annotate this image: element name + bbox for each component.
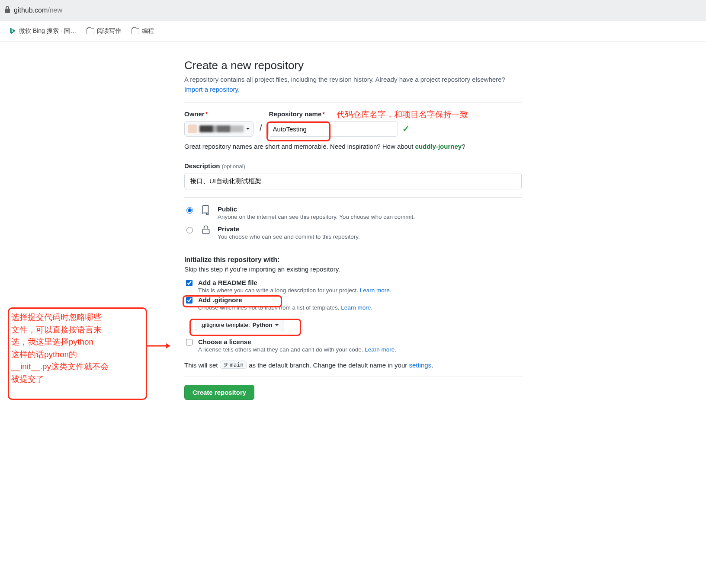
readme-row[interactable]: Add a README file This is where you can … xyxy=(184,279,522,294)
lock-icon xyxy=(4,6,10,15)
repo-name-suggestion[interactable]: cuddly-journey xyxy=(415,143,462,150)
repo-name-hint: Great repository names are short and mem… xyxy=(184,143,522,150)
license-learn-more-link[interactable]: Learn more. xyxy=(365,346,396,353)
visibility-public-desc: Anyone on the internet can see this repo… xyxy=(218,214,415,220)
check-icon: ✓ xyxy=(402,124,410,134)
gitignore-checkbox[interactable] xyxy=(186,297,193,304)
annotation-box-gitignore xyxy=(8,307,147,400)
bing-icon xyxy=(9,27,16,35)
svg-rect-0 xyxy=(202,229,209,234)
lock-icon xyxy=(200,224,212,236)
repo-name-input[interactable] xyxy=(268,121,398,137)
git-branch-icon xyxy=(223,362,228,368)
repo-icon xyxy=(200,205,212,216)
readme-learn-more-link[interactable]: Learn more. xyxy=(360,287,392,294)
readme-title: Add a README file xyxy=(198,279,391,286)
visibility-public-row[interactable]: Public Anyone on the internet can see th… xyxy=(184,205,522,220)
chevron-down-icon xyxy=(246,128,250,130)
description-label: Description (optional) xyxy=(184,162,522,169)
folder-icon xyxy=(132,28,139,34)
visibility-public-title: Public xyxy=(218,205,415,213)
repo-name-label: Repository name* xyxy=(269,110,410,118)
divider xyxy=(184,248,522,248)
bookmark-label: 编程 xyxy=(142,27,154,35)
license-checkbox[interactable] xyxy=(186,339,193,345)
create-repository-button[interactable]: Create repository xyxy=(184,385,254,400)
readme-desc: This is where you can write a long descr… xyxy=(198,287,391,294)
gitignore-desc: Choose which files not to track from a l… xyxy=(198,304,372,311)
annotation-gitignore-text: 选择提交代码时忽略哪些 文件，可以直接按语言来 选，我这里选择python 这样… xyxy=(11,311,146,385)
branch-chip: main xyxy=(220,361,247,369)
annotation-arrow xyxy=(147,342,170,350)
visibility-public-radio[interactable] xyxy=(186,207,193,214)
readme-checkbox[interactable] xyxy=(186,280,193,286)
owner-name-redacted xyxy=(199,125,244,132)
bookmark-label: 微软 Bing 搜索 - 国… xyxy=(19,27,76,35)
visibility-private-desc: You choose who can see and commit to thi… xyxy=(218,233,360,240)
gitignore-row[interactable]: Add .gitignore Choose which files not to… xyxy=(184,296,522,311)
import-repository-link[interactable]: Import a repository. xyxy=(184,86,240,93)
page-subtitle: A repository contains all project files,… xyxy=(184,75,522,94)
bookmark-label: 阅读写作 xyxy=(97,27,121,35)
browser-url-bar[interactable]: github.com/new xyxy=(0,0,706,21)
license-row[interactable]: Choose a license A license tells others … xyxy=(184,338,522,353)
init-section-heading: Initialize this repository with: xyxy=(184,256,522,264)
page-title: Create a new repository xyxy=(184,59,522,72)
gitignore-template-value: Python xyxy=(253,322,273,328)
gitignore-title: Add .gitignore xyxy=(198,296,372,304)
main-content: Create a new repository A repository con… xyxy=(184,42,522,413)
gitignore-template-select[interactable]: .gitignore template: Python xyxy=(195,319,284,331)
bookmark-readwrite[interactable]: 阅读写作 xyxy=(87,27,121,35)
default-branch-line: This will set main as the default branch… xyxy=(184,361,522,369)
divider xyxy=(184,377,522,377)
divider xyxy=(184,197,522,198)
owner-repo-separator: / xyxy=(260,123,262,133)
gitignore-learn-more-link[interactable]: Learn more. xyxy=(341,304,372,311)
license-title: Choose a license xyxy=(198,338,396,345)
svg-marker-2 xyxy=(166,343,170,348)
owner-label: Owner* xyxy=(184,110,254,118)
owner-select[interactable] xyxy=(184,121,254,137)
divider xyxy=(184,102,522,102)
init-section-sub: Skip this step if you're importing an ex… xyxy=(184,265,522,273)
bookmark-programming[interactable]: 编程 xyxy=(132,27,154,35)
visibility-private-row[interactable]: Private You choose who can see and commi… xyxy=(184,225,522,240)
avatar xyxy=(188,125,197,133)
bookmark-bing[interactable]: 微软 Bing 搜索 - 国… xyxy=(9,27,76,35)
chevron-down-icon xyxy=(275,324,279,326)
visibility-private-title: Private xyxy=(218,225,360,233)
settings-link[interactable]: settings xyxy=(409,361,431,369)
license-desc: A license tells others what they can and… xyxy=(198,346,396,353)
visibility-private-radio[interactable] xyxy=(186,227,193,233)
bookmarks-bar: 微软 Bing 搜索 - 国… 阅读写作 编程 xyxy=(0,21,706,42)
url-domain: github.com xyxy=(14,6,48,14)
folder-icon xyxy=(87,28,94,34)
description-input[interactable] xyxy=(184,173,522,189)
url-path: /new xyxy=(48,6,62,14)
